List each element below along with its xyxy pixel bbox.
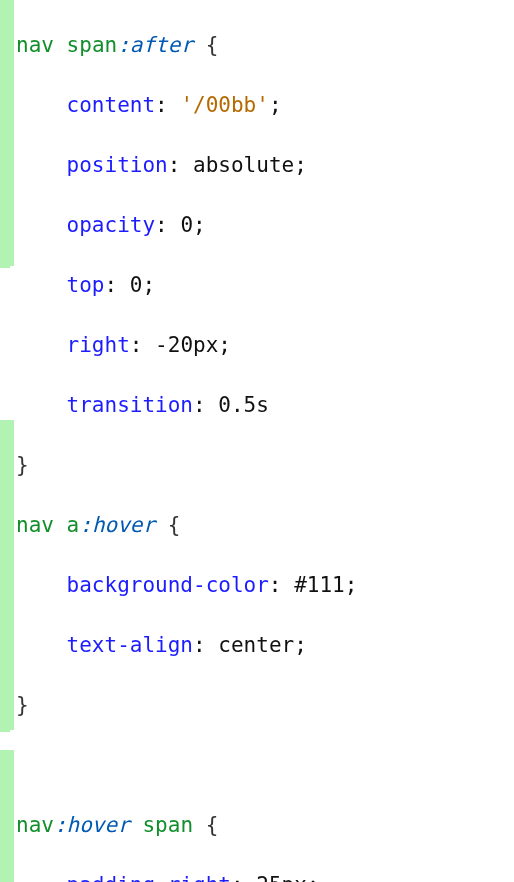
- code-line: background-color: #111;: [16, 570, 395, 600]
- brace-close: }: [16, 453, 29, 477]
- code-line: position: absolute;: [16, 150, 395, 180]
- code-line: text-align: center;: [16, 630, 395, 660]
- code-line: opacity: 0;: [16, 210, 395, 240]
- code-line: }: [16, 690, 395, 720]
- code-line: nav span:after {: [16, 30, 395, 60]
- selector-tag: span: [67, 33, 118, 57]
- pseudo: :after: [117, 33, 193, 57]
- code-line: nav:hover span {: [16, 810, 395, 840]
- code-block: nav span:after { content: '/00bb'; posit…: [14, 0, 395, 882]
- code-line: content: '/00bb';: [16, 90, 395, 120]
- code-line: [16, 750, 395, 780]
- change-gutter: [0, 0, 14, 882]
- code-line: }: [16, 450, 395, 480]
- code-editor: nav span:after { content: '/00bb'; posit…: [0, 0, 514, 882]
- brace-open: {: [206, 33, 219, 57]
- code-line: top: 0;: [16, 270, 395, 300]
- code-line: padding-right: 25px;: [16, 870, 395, 882]
- code-line: transition: 0.5s: [16, 390, 395, 420]
- code-line: right: -20px;: [16, 330, 395, 360]
- code-line: nav a:hover {: [16, 510, 395, 540]
